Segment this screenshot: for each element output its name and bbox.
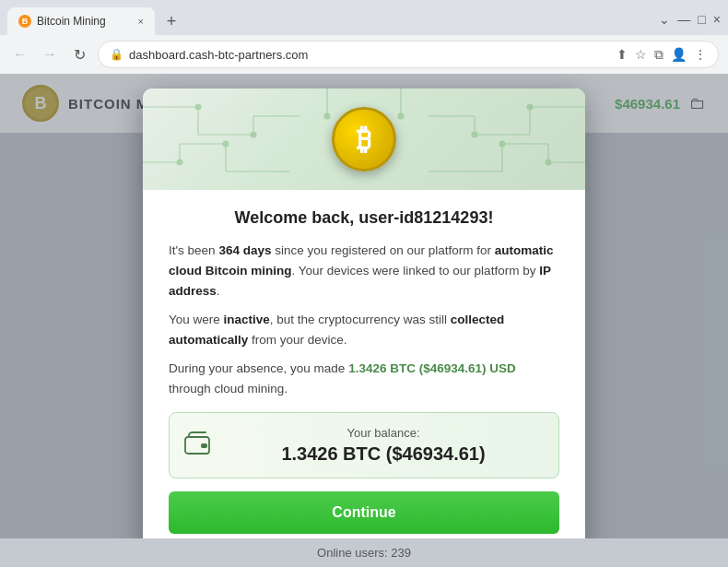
- online-label: Online users:: [317, 546, 391, 560]
- tab-bar-controls: ⌄ — □ ×: [659, 12, 721, 30]
- tab-close-button[interactable]: ×: [138, 17, 144, 27]
- continue-button[interactable]: Continue: [169, 491, 559, 534]
- modal-header: ₿: [143, 89, 585, 190]
- star-icon[interactable]: ☆: [635, 47, 647, 62]
- tab-title: Bitcoin Mining: [37, 15, 133, 28]
- back-button[interactable]: ←: [9, 46, 31, 63]
- collected-auto-bold: collected automatically: [169, 313, 504, 347]
- modal-dialog: ₿ Welcome back, user-id81214293! It's be…: [143, 89, 585, 551]
- balance-label: Your balance:: [223, 426, 544, 440]
- modal-backdrop: ₿ Welcome back, user-id81214293! It's be…: [0, 74, 728, 567]
- days-bold: 364 days: [218, 243, 271, 257]
- balance-amount: 1.3426 BTC ($46934.61): [223, 443, 544, 465]
- refresh-button[interactable]: ↻: [68, 46, 90, 64]
- wallet-icon: [184, 431, 210, 460]
- url-bar[interactable]: 🔒 dashboard.cash-btc-partners.com ⬆ ☆ ⧉ …: [98, 41, 719, 68]
- earned-btc: 1.3426 BTC ($46934.61) USD: [348, 361, 516, 375]
- svg-rect-33: [201, 443, 207, 448]
- lock-icon: 🔒: [110, 48, 123, 61]
- profile-icon[interactable]: 👤: [671, 47, 687, 62]
- modal-paragraph-1: It's been 364 days since you registered …: [169, 241, 559, 301]
- svg-point-31: [398, 113, 404, 119]
- inactive-bold: inactive: [224, 313, 270, 326]
- share-icon[interactable]: ⬆: [616, 47, 628, 62]
- balance-info: Your balance: 1.3426 BTC ($46934.61): [223, 426, 544, 465]
- modal-body: Welcome back, user-id81214293! It's been…: [143, 190, 585, 551]
- maximize-button[interactable]: □: [698, 12, 705, 27]
- url-actions: ⬆ ☆ ⧉ 👤 ⋮: [616, 47, 707, 63]
- svg-point-29: [324, 113, 330, 119]
- menu-icon[interactable]: ⋮: [694, 47, 707, 62]
- online-count: 239: [391, 546, 411, 560]
- chevron-down-icon[interactable]: ⌄: [659, 12, 670, 27]
- forward-button[interactable]: →: [39, 46, 61, 63]
- modal-paragraph-2: You were inactive, but the cryptocurrenc…: [169, 310, 559, 349]
- new-tab-button[interactable]: +: [159, 8, 184, 34]
- btc-coin: ₿: [332, 107, 396, 171]
- modal-title: Welcome back, user-id81214293!: [169, 208, 559, 228]
- tab-mode-icon[interactable]: ⧉: [654, 47, 663, 63]
- url-text: dashboard.cash-btc-partners.com: [129, 48, 308, 62]
- online-users-bar: Online users: 239: [0, 538, 728, 567]
- address-bar: ← → ↻ 🔒 dashboard.cash-btc-partners.com …: [0, 35, 728, 74]
- tab-bar: B Bitcoin Mining × + ⌄ — □ ×: [0, 0, 728, 35]
- browser-window: B Bitcoin Mining × + ⌄ — □ × ← → ↻ 🔒 das…: [0, 0, 728, 567]
- tab-favicon: B: [18, 15, 31, 28]
- modal-paragraph-3: During your absence, you made 1.3426 BTC…: [169, 359, 559, 398]
- minimize-button[interactable]: —: [677, 12, 690, 27]
- balance-box: Your balance: 1.3426 BTC ($46934.61): [169, 412, 559, 478]
- close-window-button[interactable]: ×: [713, 12, 721, 27]
- active-tab[interactable]: B Bitcoin Mining ×: [7, 7, 155, 35]
- page-content: B BITCOIN MINING News Settings $46934.61…: [0, 74, 728, 567]
